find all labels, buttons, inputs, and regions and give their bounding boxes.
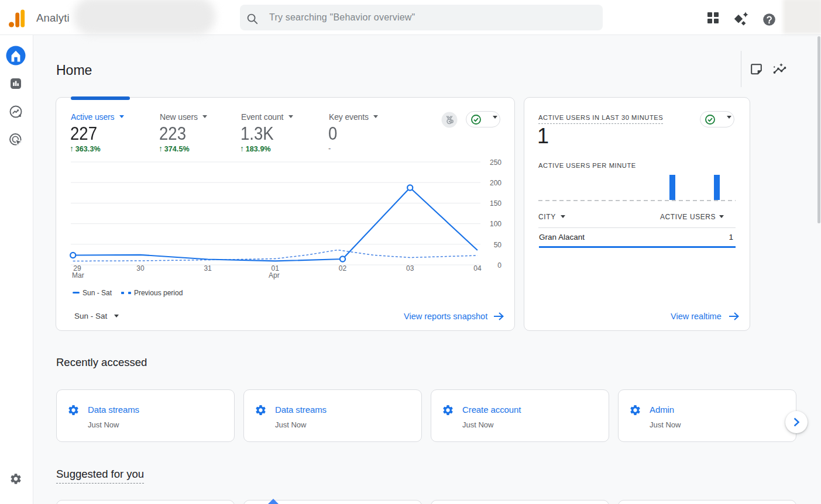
svg-text:04: 04 [473,264,482,272]
svg-text:Mar: Mar [72,271,84,279]
svg-text:50: 50 [494,241,502,249]
svg-text:02: 02 [339,264,347,272]
svg-text:250: 250 [490,158,501,167]
svg-text:100: 100 [490,220,501,228]
svg-text:150: 150 [490,199,501,208]
svg-text:03: 03 [406,264,414,272]
svg-text:200: 200 [490,179,501,187]
svg-text:Apr: Apr [269,271,280,279]
svg-text:30: 30 [136,264,145,272]
svg-text:0: 0 [497,261,501,270]
svg-text:31: 31 [204,264,212,272]
